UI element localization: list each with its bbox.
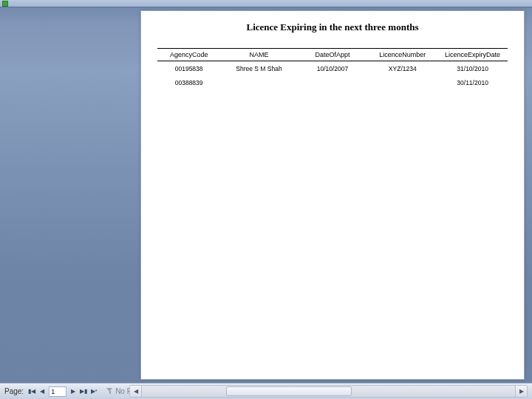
col-licence-number: LicenceNumber	[367, 49, 437, 61]
new-record-button[interactable]: ▶*	[89, 386, 99, 398]
cell-licence-number	[367, 75, 437, 89]
record-navigator: Page: ▮◀ ◀ ▶ ▶▮ ▶* No Filter	[0, 383, 146, 399]
col-name: NAME	[220, 49, 297, 61]
report-page: Licence Expiring in the next three month…	[140, 10, 525, 380]
col-licence-expiry: LicenceExpiryDate	[437, 49, 508, 61]
cell-date-of-appt	[298, 75, 368, 89]
prev-page-button[interactable]: ◀	[37, 386, 47, 398]
scroll-right-button[interactable]: ▶	[515, 386, 527, 397]
status-bar: Page: ▮◀ ◀ ▶ ▶▮ ▶* No Filter ◀ ▶	[0, 383, 532, 399]
cell-licence-expiry: 30/11/2010	[437, 75, 508, 89]
cell-name: Shree S M Shah	[220, 61, 297, 76]
cell-name	[220, 75, 297, 89]
workspace: Licence Expiring in the next three month…	[0, 7, 532, 383]
next-page-button[interactable]: ▶	[68, 386, 78, 398]
table-header-row: AgencyCode NAME DateOfAppt LicenceNumber…	[157, 49, 508, 61]
app-icon	[2, 1, 8, 7]
table-row: 00195838 Shree S M Shah 10/10/2007 XYZ/1…	[157, 61, 508, 76]
cell-licence-number: XYZ/1234	[367, 61, 437, 76]
scroll-thumb[interactable]	[226, 386, 352, 396]
report-title: Licence Expiring in the next three month…	[157, 21, 508, 33]
report-table: AgencyCode NAME DateOfAppt LicenceNumber…	[157, 48, 508, 89]
cell-date-of-appt: 10/10/2007	[298, 61, 368, 76]
table-row: 00388839 30/11/2010	[157, 75, 508, 89]
horizontal-scrollbar[interactable]: ◀ ▶	[129, 385, 528, 398]
scroll-left-button[interactable]: ◀	[130, 386, 142, 397]
col-agency-code: AgencyCode	[157, 49, 220, 61]
first-page-button[interactable]: ▮◀	[27, 386, 37, 398]
last-page-button[interactable]: ▶▮	[78, 386, 89, 398]
cell-licence-expiry: 31/10/2010	[437, 61, 508, 76]
cell-agency-code: 00388839	[157, 75, 220, 89]
pager-label: Page:	[3, 387, 27, 395]
app-window: Licence Expiring in the next three month…	[0, 0, 532, 399]
cell-agency-code: 00195838	[157, 61, 220, 76]
page-number-input[interactable]	[49, 386, 66, 397]
nav-pane-gutter	[0, 7, 140, 383]
title-bar	[0, 0, 532, 7]
col-date-of-appt: DateOfAppt	[298, 49, 368, 61]
right-gutter	[525, 7, 532, 383]
funnel-icon	[106, 388, 113, 395]
